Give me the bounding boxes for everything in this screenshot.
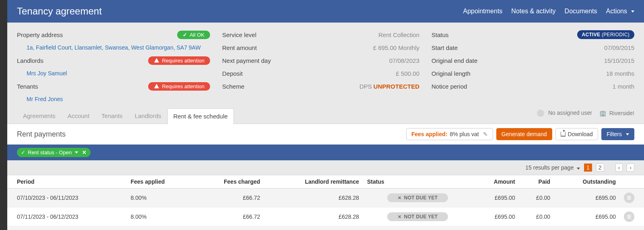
svg-rect-1 [627,197,631,198]
all-ok-badge: All OK [177,31,210,39]
property-address-label: Property address [17,31,63,38]
download-icon [561,132,566,137]
notice-period-value: 1 month [613,83,634,90]
x-icon [398,195,401,201]
status-not-due-yet: NOT DUE YET [387,193,448,202]
page-2[interactable]: 2 [596,164,604,172]
office-link[interactable]: 🏢 Riverside! [599,110,634,116]
rent-amount-label: Rent amount [222,44,257,51]
remove-chip-icon[interactable]: ✕ [82,149,87,155]
service-level-label: Service level [222,31,256,38]
status-label: Status [431,31,449,38]
tenants-label: Tenants [17,83,38,90]
summary-panel: Property address All OK 1a, Fairfield Co… [7,23,644,107]
tab-rent-fee-schedule[interactable]: Rent & fee schedule [167,108,234,124]
cell-outstanding: £695.00 [554,207,620,226]
tab-account[interactable]: Account [62,108,95,124]
header-bar: Tenancy agreement Appointments Notes & a… [7,0,644,23]
rent-payments-table: Period Fees applied Fees charged Landlor… [7,175,644,230]
next-payment-value: 07/08/2023 [389,57,419,64]
cell-remittance: £628.28 [264,226,363,230]
scheme-value: DPSUNPROTECTED [359,83,419,90]
page-1[interactable]: 1 [584,164,592,172]
nav-actions-dropdown[interactable]: Actions [606,8,634,15]
warning-icon [154,58,159,63]
check-icon [183,32,187,38]
svg-rect-0 [627,196,631,197]
generate-demand-button[interactable]: Generate demand [496,128,552,140]
start-date-value: 07/09/2015 [604,44,634,51]
cell-fees-applied: 8.00% [127,207,194,226]
service-level-value: Rent Collection [378,31,419,38]
table-row: 07/10/2023 - 06/11/20238.00%£66.72£628.2… [7,189,644,207]
landlords-attention-badge: Requires attention [148,56,210,65]
svg-rect-2 [627,199,631,200]
cell-fees-applied: 8.00% [127,189,194,207]
tab-landlords[interactable]: Landlords [129,108,167,124]
cell-actions [620,189,644,207]
cell-period: 07/10/2023 - 06/11/2023 [7,189,127,207]
summary-mid: Service levelRent Collection Rent amount… [222,30,419,107]
x-icon [398,214,401,220]
summary-left: Property address All OK 1a, Fairfield Co… [17,30,210,107]
chevron-down-icon [577,168,580,170]
cell-paid: £0.00 [519,226,554,230]
tenants-attention-badge: Requires attention [148,82,210,91]
cell-status: NOT DUE YET [363,226,473,230]
row-menu-button[interactable] [624,193,634,203]
panel-header: Rent payments Fees applied: 8% plus vat … [7,124,644,145]
cell-period: 07/12/2023 - 06/01/2024 [7,226,127,230]
cell-amount: £695.00 [473,207,519,226]
col-status: Status [363,175,473,189]
cell-outstanding: £695.00 [554,226,620,230]
warning-icon [154,83,159,89]
svg-rect-5 [627,218,631,219]
start-date-label: Start date [431,44,458,51]
next-payment-label: Next payment day [222,57,271,64]
filter-chip-rent-status[interactable]: ✓ Rent status - Open ✕ [17,148,91,157]
cell-status: NOT DUE YET [363,189,473,207]
chevron-down-icon [631,10,634,12]
cell-period: 07/11/2023 - 06/12/2023 [7,207,127,226]
cell-paid: £0.00 [519,207,554,226]
tenant-name-link[interactable]: Mr Fred Jones [22,96,63,102]
fees-applied-button[interactable]: Fees applied: 8% plus vat [406,128,493,140]
col-period: Period [7,175,127,189]
header-nav: Appointments Notes & activity Documents … [463,8,635,15]
col-outstanding: Outstanding [554,175,620,189]
nav-notes[interactable]: Notes & activity [511,8,555,15]
assigned-user[interactable]: No assigned user [537,110,592,117]
cell-remittance: £628.28 [264,207,363,226]
download-button[interactable]: Download [555,128,598,140]
landlord-name-link[interactable]: Mrs Joy Samuel [22,70,67,77]
svg-rect-4 [627,216,631,217]
row-menu-button[interactable] [624,211,634,222]
original-end-label: Original end date [431,57,477,64]
cell-fees-charged: £66.72 [194,226,264,230]
chevron-down-icon [75,151,78,153]
page-title: Tenancy agreement [17,6,102,17]
original-length-value: 18 months [606,70,634,77]
notice-period-label: Notice period [431,83,467,90]
cell-outstanding: £695.00 [554,189,620,207]
tab-tenants[interactable]: Tenants [95,108,129,124]
next-page-button[interactable]: › [627,164,634,172]
landlords-label: Landlords [17,57,43,64]
check-icon: ✓ [21,149,25,155]
nav-documents[interactable]: Documents [565,8,597,15]
results-per-page-dropdown[interactable]: 15 results per page [525,164,580,171]
prev-page-button[interactable]: ‹ [615,164,623,172]
property-address-link[interactable]: 1a, Fairfield Court, Llansamlet, Swansea… [22,44,201,51]
nav-appointments[interactable]: Appointments [463,8,503,15]
summary-right: Status ACTIVE (PERIODIC) Start date07/09… [431,30,634,107]
chevron-down-icon [626,133,629,135]
filters-dropdown[interactable]: Filters [601,128,634,140]
cell-fees-charged: £66.72 [194,207,264,226]
col-fees-applied: Fees applied [127,175,194,189]
col-actions [620,175,644,189]
cell-actions [620,207,644,226]
cell-status: NOT DUE YET [363,207,473,226]
cell-fees-applied: 8.00% [127,226,194,230]
tab-agreements[interactable]: Agreements [17,108,62,124]
col-amount: Amount [473,175,519,189]
